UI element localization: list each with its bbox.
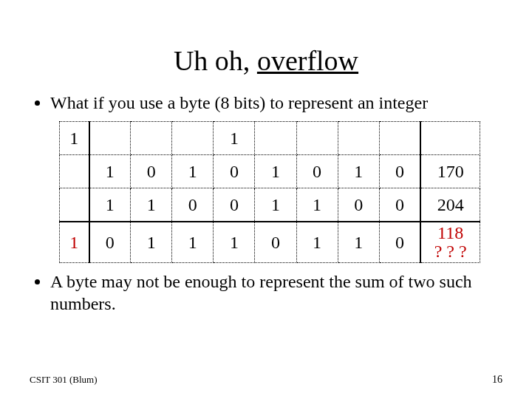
bit-cell bbox=[296, 122, 338, 155]
bottom-bullet-list: A byte may not be enough to represent th… bbox=[30, 270, 502, 315]
bit-cell: 1 bbox=[172, 222, 214, 263]
bit-table-wrap: 111010101017011001100204101110110118? ? … bbox=[59, 121, 480, 263]
footer-left: CSIT 301 (Blum) bbox=[30, 374, 98, 386]
decimal-value-cell: 118? ? ? bbox=[420, 222, 480, 263]
title-prefix: Uh oh, bbox=[174, 45, 257, 76]
bit-cell: 1 bbox=[131, 188, 172, 222]
carry-cell: 1 bbox=[60, 122, 89, 155]
table-row: 11 bbox=[60, 122, 480, 155]
bit-cell: 1 bbox=[338, 222, 379, 263]
bit-cell: 1 bbox=[255, 188, 296, 222]
carry-cell: 1 bbox=[60, 222, 89, 263]
bit-cell: 1 bbox=[214, 122, 255, 155]
bit-cell: 1 bbox=[214, 222, 255, 263]
bit-cell: 1 bbox=[255, 155, 296, 188]
carry-cell bbox=[60, 188, 89, 222]
bit-cell: 0 bbox=[379, 222, 420, 263]
bit-cell: 0 bbox=[379, 155, 420, 188]
bit-cell: 1 bbox=[296, 222, 338, 263]
bit-cell: 0 bbox=[338, 188, 379, 222]
decimal-value-cell bbox=[420, 122, 480, 155]
top-bullet-list: What if you use a byte (8 bits) to repre… bbox=[30, 92, 502, 114]
decimal-value-cell: 204 bbox=[420, 188, 480, 222]
bit-cell: 1 bbox=[296, 188, 338, 222]
bit-cell: 1 bbox=[89, 188, 131, 222]
bit-cell: 0 bbox=[296, 155, 338, 188]
title-emphasis: overflow bbox=[257, 45, 358, 76]
bit-cell bbox=[379, 122, 420, 155]
bit-cell: 0 bbox=[379, 188, 420, 222]
decimal-value-cell: 170 bbox=[420, 155, 480, 188]
table-row: 101110110118? ? ? bbox=[60, 222, 480, 263]
bit-cell bbox=[131, 122, 172, 155]
bit-cell: 1 bbox=[131, 222, 172, 263]
bit-cell bbox=[89, 122, 131, 155]
bit-table: 111010101017011001100204101110110118? ? … bbox=[59, 121, 480, 263]
bit-cell: 1 bbox=[338, 155, 379, 188]
table-row: 11001100204 bbox=[60, 188, 480, 222]
bit-cell: 0 bbox=[172, 188, 214, 222]
slide-title: Uh oh, overflow bbox=[30, 44, 502, 77]
bit-cell: 0 bbox=[214, 188, 255, 222]
bit-cell: 0 bbox=[89, 222, 131, 263]
bullet-bottom: A byte may not be enough to represent th… bbox=[50, 270, 502, 315]
bit-cell: 0 bbox=[214, 155, 255, 188]
bit-cell: 1 bbox=[172, 155, 214, 188]
bit-cell: 1 bbox=[89, 155, 131, 188]
bullet-top: What if you use a byte (8 bits) to repre… bbox=[50, 92, 502, 114]
bit-cell: 0 bbox=[131, 155, 172, 188]
bit-cell bbox=[338, 122, 379, 155]
slide-number: 16 bbox=[492, 374, 502, 386]
bit-cell bbox=[255, 122, 296, 155]
bit-cell: 0 bbox=[255, 222, 296, 263]
table-row: 10101010170 bbox=[60, 155, 480, 188]
bit-cell bbox=[172, 122, 214, 155]
carry-cell bbox=[60, 155, 89, 188]
